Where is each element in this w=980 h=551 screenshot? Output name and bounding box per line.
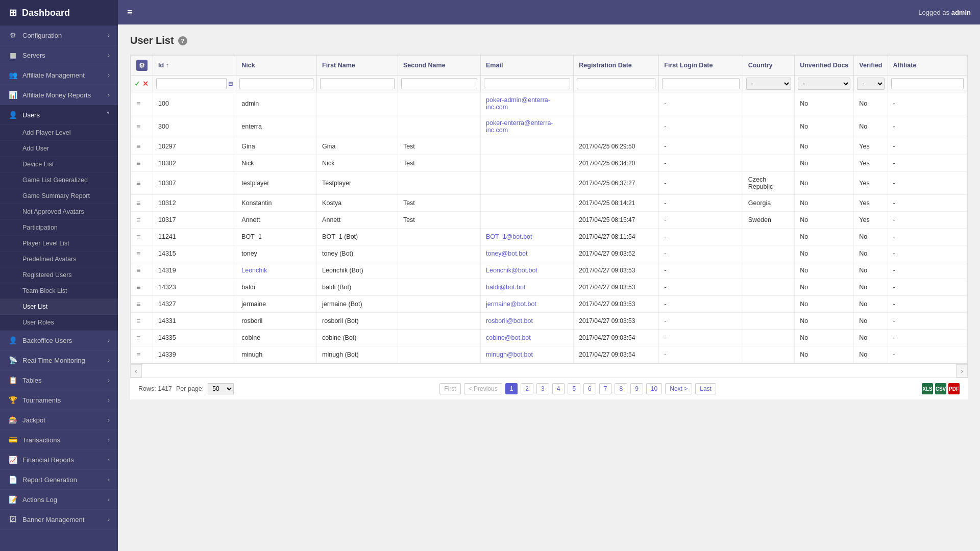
table-settings-icon[interactable]: ⚙ [136, 60, 148, 71]
row-menu-icon[interactable]: ≡ [136, 300, 140, 308]
row-nick-cell: Nick [236, 155, 317, 172]
row-second-name-cell: Test [398, 212, 480, 229]
row-first-name-cell: jermaine (Bot) [317, 296, 398, 313]
sidebar-item-tables[interactable]: 📋 Tables › [0, 370, 118, 390]
page-8-button[interactable]: 8 [615, 383, 627, 394]
col-header-affiliate[interactable]: Affiliate [888, 56, 967, 76]
row-menu-icon[interactable]: ≡ [136, 159, 140, 167]
row-second-name-cell: Test [398, 195, 480, 212]
sidebar-label-tables: Tables [22, 377, 42, 384]
page-6-button[interactable]: 6 [583, 383, 596, 394]
filter-reg-date-input[interactable] [577, 78, 655, 89]
export-pdf-button[interactable]: PDF [948, 383, 960, 394]
filter-id-icon[interactable]: ⊟ [228, 81, 233, 87]
page-5-button[interactable]: 5 [568, 383, 580, 394]
row-menu-icon[interactable]: ≡ [136, 283, 140, 291]
filter-cancel-icon[interactable]: ✕ [142, 80, 149, 88]
filter-country-select[interactable]: - [746, 78, 792, 90]
sidebar-item-backoffice-users[interactable]: 👤 Backoffice Users › [0, 331, 118, 350]
filter-second-name-input[interactable] [401, 78, 477, 89]
filter-unverified-docs-select[interactable]: - [798, 78, 850, 90]
sidebar-item-transactions[interactable]: 💳 Transactions › [0, 430, 118, 450]
sidebar-sub-add-player-level[interactable]: Add Player Level [0, 125, 118, 141]
row-menu-icon[interactable]: ≡ [136, 350, 140, 359]
page-1-button[interactable]: 1 [505, 383, 518, 394]
sidebar-sub-predefined-avatars[interactable]: Predefined Avatars [0, 252, 118, 267]
sidebar-sub-game-summary-report[interactable]: Game Summary Report [0, 188, 118, 204]
row-menu-icon[interactable]: ≡ [136, 179, 140, 187]
sidebar-sub-team-block-list[interactable]: Team Block List [0, 283, 118, 299]
prev-page-button[interactable]: < Previous [464, 383, 502, 394]
row-menu-icon[interactable]: ≡ [136, 233, 140, 241]
sidebar-item-tournaments[interactable]: 🏆 Tournaments › [0, 390, 118, 410]
sidebar-item-affiliate-money-reports[interactable]: 📊 Affiliate Money Reports › [0, 85, 118, 105]
row-menu-icon[interactable]: ≡ [136, 122, 140, 131]
row-menu-icon[interactable]: ≡ [136, 142, 140, 151]
hamburger-menu-button[interactable]: ≡ [127, 7, 133, 18]
sidebar-item-real-time-monitoring[interactable]: 📡 Real Time Monitoring › [0, 350, 118, 370]
row-menu-icon[interactable]: ≡ [136, 216, 140, 224]
sidebar-item-actions-log[interactable]: 📝 Actions Log › [0, 490, 118, 510]
filter-confirm-icon[interactable]: ✓ [134, 80, 140, 88]
export-xls-button[interactable]: XLS [922, 383, 933, 394]
col-header-unverified-docs[interactable]: Unverified Docs [795, 56, 854, 76]
sidebar-sub-not-approved-avatars[interactable]: Not Approved Avatars [0, 204, 118, 220]
filter-affiliate-input[interactable] [891, 78, 964, 89]
help-icon[interactable]: ? [178, 36, 187, 45]
page-2-button[interactable]: 2 [521, 383, 533, 394]
row-menu-icon[interactable]: ≡ [136, 334, 140, 342]
sidebar-sub-device-list[interactable]: Device List [0, 157, 118, 172]
row-first-name-cell: Leonchik (Bot) [317, 262, 398, 279]
page-7-button[interactable]: 7 [599, 383, 612, 394]
row-menu-icon[interactable]: ≡ [136, 266, 140, 274]
per-page-select[interactable]: 10 25 50 100 [208, 383, 234, 394]
sidebar-item-report-generation[interactable]: 📄 Report Generation › [0, 470, 118, 490]
sidebar-item-affiliate-management[interactable]: 👥 Affiliate Management › [0, 65, 118, 85]
row-menu-icon[interactable]: ≡ [136, 199, 140, 207]
sidebar-sub-registered-users[interactable]: Registered Users [0, 267, 118, 283]
col-header-email[interactable]: Email [481, 56, 574, 76]
filter-first-name-input[interactable] [320, 78, 395, 89]
sidebar-item-jackpot[interactable]: 🎰 Jackpot › [0, 410, 118, 430]
scroll-right-button[interactable]: › [956, 364, 968, 378]
sidebar-sub-add-user[interactable]: Add User [0, 141, 118, 157]
page-10-button[interactable]: 10 [646, 383, 662, 394]
filter-verified-select[interactable]: - [857, 78, 884, 90]
page-4-button[interactable]: 4 [552, 383, 565, 394]
sidebar-sub-participation[interactable]: Participation [0, 220, 118, 236]
col-header-first-login[interactable]: First Login Date [659, 56, 743, 76]
row-menu-icon[interactable]: ≡ [136, 99, 140, 108]
filter-nick-input[interactable] [239, 78, 313, 89]
row-id-cell: 10317 [153, 212, 236, 229]
filter-first-login-input[interactable] [662, 78, 739, 89]
row-menu-icon[interactable]: ≡ [136, 317, 140, 325]
col-header-second-name[interactable]: Second Name [398, 56, 480, 76]
col-header-first-name[interactable]: First Name [317, 56, 398, 76]
page-3-button[interactable]: 3 [536, 383, 549, 394]
first-page-button[interactable]: First [439, 383, 460, 394]
sidebar-sub-game-list-generalized[interactable]: Game List Generalized [0, 172, 118, 188]
col-header-reg-date[interactable]: Registration Date [574, 56, 659, 76]
export-csv-button[interactable]: CSV [935, 383, 946, 394]
sidebar-item-financial-reports[interactable]: 📈 Financial Reports › [0, 450, 118, 470]
last-page-button[interactable]: Last [695, 383, 716, 394]
row-nick[interactable]: Leonchik [241, 267, 267, 274]
filter-id-input[interactable] [156, 78, 227, 89]
col-header-verified[interactable]: Verified [854, 56, 888, 76]
row-menu-icon[interactable]: ≡ [136, 249, 140, 258]
sidebar-sub-user-list[interactable]: User List [0, 299, 118, 315]
next-page-button[interactable]: Next > [665, 383, 692, 394]
sidebar-item-configuration[interactable]: ⚙ Configuration › [0, 26, 118, 45]
col-header-nick[interactable]: Nick [236, 56, 317, 76]
sidebar-sub-player-level-list[interactable]: Player Level List [0, 236, 118, 252]
col-header-country[interactable]: Country [743, 56, 795, 76]
page-9-button[interactable]: 9 [630, 383, 643, 394]
sidebar-sub-user-roles[interactable]: User Roles [0, 315, 118, 331]
sidebar-item-banner-management[interactable]: 🖼 Banner Management › [0, 510, 118, 530]
scroll-left-button[interactable]: ‹ [130, 364, 142, 378]
filter-email-input[interactable] [484, 78, 570, 89]
sidebar-item-servers[interactable]: ▦ Servers › [0, 45, 118, 65]
col-header-id[interactable]: Id ↑ [153, 56, 236, 76]
sidebar-item-users[interactable]: 👤 Users ˅ [0, 105, 118, 125]
row-menu-cell: ≡ [131, 245, 153, 262]
